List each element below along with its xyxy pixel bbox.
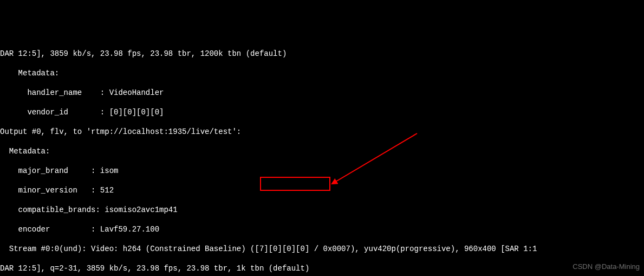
- log-line: Output #0, flv, to 'rtmp://localhost:193…: [0, 127, 644, 137]
- log-line: Metadata:: [0, 68, 644, 78]
- watermark-text: CSDN @Data-Mining: [573, 262, 640, 272]
- log-line: Stream #0:0(und): Video: h264 (Constrain…: [0, 244, 644, 254]
- log-line: DAR 12:5], q=2-31, 3859 kb/s, 23.98 fps,…: [0, 264, 644, 273]
- annotation-highlight-box: [260, 177, 330, 191]
- log-line: vendor_id : [0][0][0][0]: [0, 107, 644, 117]
- log-line: handler_name : VideoHandler: [0, 88, 644, 98]
- log-line: encoder : Lavf59.27.100: [0, 224, 644, 234]
- terminal-output: DAR 12:5], 3859 kb/s, 23.98 fps, 23.98 t…: [0, 39, 644, 276]
- log-line: compatible_brands: isomiso2avc1mp41: [0, 205, 644, 215]
- log-line: DAR 12:5], 3859 kb/s, 23.98 fps, 23.98 t…: [0, 49, 644, 59]
- log-line: major_brand : isom: [0, 166, 644, 176]
- log-line: Metadata:: [0, 146, 644, 156]
